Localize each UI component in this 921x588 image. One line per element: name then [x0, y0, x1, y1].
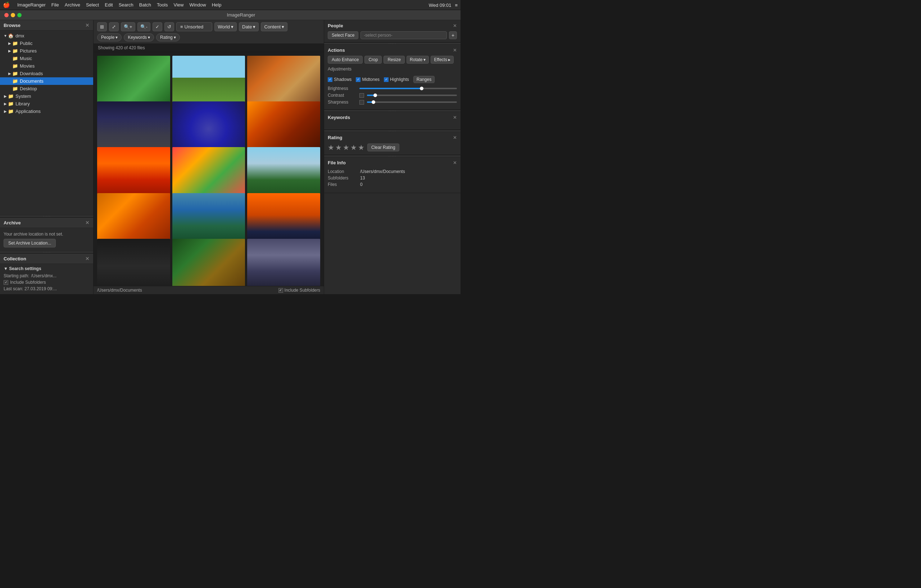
- menubar-select[interactable]: Select: [83, 2, 102, 8]
- keywords-panel-close[interactable]: ✕: [453, 115, 457, 120]
- menubar-window[interactable]: Window: [186, 2, 209, 8]
- tree-item-applications[interactable]: ▶ 📁 Applications: [0, 107, 93, 115]
- ranges-button[interactable]: Ranges: [413, 76, 434, 83]
- contrast-slider[interactable]: [367, 94, 457, 96]
- select-face-button[interactable]: Select Face: [328, 31, 358, 39]
- include-subfolders-checkbox[interactable]: ✓: [3, 280, 8, 285]
- tree-item-library[interactable]: ▶ 📁 Library: [0, 100, 93, 107]
- sharpness-checkbox[interactable]: [360, 100, 364, 105]
- close-button[interactable]: [4, 13, 9, 17]
- tree-item-pictures[interactable]: ▶ 📁 Pictures: [0, 47, 93, 55]
- grid-image-13[interactable]: [97, 239, 170, 286]
- zoom-out-button[interactable]: 🔍-: [137, 22, 150, 31]
- tree-label: Music: [20, 56, 32, 61]
- keywords-filter-button[interactable]: Keywords ▾: [124, 33, 154, 41]
- check-button[interactable]: ✓: [153, 22, 162, 31]
- highlights-label: Highlights: [390, 77, 409, 82]
- minimize-button[interactable]: [11, 13, 15, 17]
- shadows-checkbox-icon[interactable]: ✓: [328, 77, 332, 82]
- brightness-slider[interactable]: [360, 88, 457, 89]
- include-subfolders-statusbar-checkbox[interactable]: ✓: [278, 288, 283, 293]
- tree-item-desktop[interactable]: 📁 Desktop: [0, 85, 93, 93]
- menubar-edit[interactable]: Edit: [102, 2, 116, 8]
- include-subfolders-status[interactable]: ✓ Include Subfolders: [278, 288, 320, 293]
- apple-menu-icon[interactable]: 🍎: [3, 2, 10, 8]
- rating-panel-close[interactable]: ✕: [453, 135, 457, 140]
- grid-image-15[interactable]: [247, 239, 320, 286]
- people-panel-close[interactable]: ✕: [453, 23, 457, 28]
- fullscreen-button[interactable]: ⤢: [109, 22, 119, 31]
- maximize-button[interactable]: [17, 13, 21, 17]
- contrast-thumb[interactable]: [373, 94, 377, 97]
- sort-label: Unsorted: [185, 24, 203, 29]
- tree-item-dmx[interactable]: ▼ 🏠 dmx: [0, 32, 93, 39]
- archive-panel-header: Archive ✕: [0, 218, 93, 228]
- menubar-tools[interactable]: Tools: [154, 2, 171, 8]
- sort-dropdown[interactable]: ≡ Unsorted: [176, 22, 212, 31]
- sharpness-slider[interactable]: [367, 101, 457, 103]
- star-1[interactable]: ★: [328, 143, 334, 152]
- effects-button[interactable]: Effects ▸: [431, 56, 454, 63]
- stars-container: ★ ★ ★ ★ ★: [328, 143, 364, 152]
- star-4[interactable]: ★: [350, 143, 357, 152]
- file-info-panel-close[interactable]: ✕: [453, 160, 457, 166]
- file-info-location-row: Location /Users/dmx/Documents: [328, 168, 457, 175]
- tree-label: Downloads: [20, 71, 43, 76]
- grid-view-button[interactable]: ⊞: [97, 22, 107, 31]
- clear-rating-button[interactable]: Clear Rating: [367, 143, 399, 151]
- tree-item-public[interactable]: ▶ 📁 Public: [0, 39, 93, 47]
- tree-item-documents[interactable]: 📁 Documents: [0, 77, 93, 85]
- people-filter-button[interactable]: People ▾: [97, 33, 122, 41]
- collection-close-button[interactable]: ✕: [85, 256, 89, 262]
- browse-close-button[interactable]: ✕: [85, 22, 89, 28]
- subfolders-value: 13: [360, 175, 365, 180]
- zoom-in-button[interactable]: 🔍+: [121, 22, 135, 31]
- star-3[interactable]: ★: [343, 143, 349, 152]
- world-sort-button[interactable]: World ▾: [215, 22, 237, 31]
- add-person-button[interactable]: +: [449, 31, 457, 39]
- tree-item-system[interactable]: ▶ 📁 System: [0, 93, 93, 100]
- menubar-batch[interactable]: Batch: [136, 2, 154, 8]
- menubar-archive[interactable]: Archive: [62, 2, 83, 8]
- include-subfolders-row[interactable]: ✓ Include Subfolders: [3, 279, 89, 286]
- sharpness-thumb[interactable]: [372, 100, 375, 104]
- rating-filter-button[interactable]: Rating ▾: [156, 33, 180, 41]
- auto-enhance-button[interactable]: Auto Enhance: [328, 56, 363, 63]
- menubar-help[interactable]: Help: [209, 2, 225, 8]
- date-sort-button[interactable]: Date ▾: [239, 22, 259, 31]
- highlights-check[interactable]: ✓ Highlights: [384, 77, 409, 82]
- actions-panel: Actions ✕ Auto Enhance Crop Resize Rotat…: [324, 45, 460, 110]
- window-title: ImageRanger: [26, 12, 456, 18]
- select-person-dropdown[interactable]: -select person-: [361, 31, 447, 39]
- tree-item-downloads[interactable]: ▶ 📁 Downloads: [0, 70, 93, 77]
- set-archive-location-button[interactable]: Set Archive Location...: [3, 239, 56, 247]
- menubar-file[interactable]: File: [49, 2, 62, 8]
- resize-button[interactable]: Resize: [384, 56, 405, 63]
- star-2[interactable]: ★: [335, 143, 342, 152]
- people-filter-arrow: ▾: [116, 35, 118, 40]
- brightness-thumb[interactable]: [420, 87, 423, 90]
- menubar-view[interactable]: View: [171, 2, 186, 8]
- tree-item-movies[interactable]: 📁 Movies: [0, 62, 93, 70]
- rotate-button[interactable]: Rotate ▾: [407, 56, 429, 63]
- tree-label: Documents: [20, 78, 44, 84]
- menubar-app-name[interactable]: ImageRanger: [15, 2, 49, 8]
- highlights-checkbox-icon[interactable]: ✓: [384, 77, 389, 82]
- menubar-search[interactable]: Search: [116, 2, 136, 8]
- menubar-control-center-icon[interactable]: ≡: [455, 3, 457, 8]
- refresh-button[interactable]: ↺: [164, 22, 174, 31]
- actions-panel-close[interactable]: ✕: [453, 47, 457, 53]
- archive-close-button[interactable]: ✕: [85, 220, 89, 226]
- contrast-checkbox[interactable]: [360, 93, 364, 98]
- location-value: /Users/dmx/Documents: [360, 169, 405, 174]
- midtones-checkbox-icon[interactable]: ✓: [356, 77, 361, 82]
- showing-count-text: Showing 420 of 420 files: [98, 45, 145, 50]
- grid-image-14[interactable]: [172, 239, 246, 286]
- content-sort-button[interactable]: Content ▾: [261, 22, 288, 31]
- main-content: ⊞ ⤢ 🔍+ 🔍- ✓ ↺ ≡ Unsorted World ▾: [94, 20, 324, 294]
- tree-item-music[interactable]: 📁 Music: [0, 55, 93, 62]
- crop-button[interactable]: Crop: [364, 56, 382, 63]
- midtones-check[interactable]: ✓ Midtones: [356, 77, 379, 82]
- shadows-check[interactable]: ✓ Shadows: [328, 77, 351, 82]
- star-5[interactable]: ★: [358, 143, 364, 152]
